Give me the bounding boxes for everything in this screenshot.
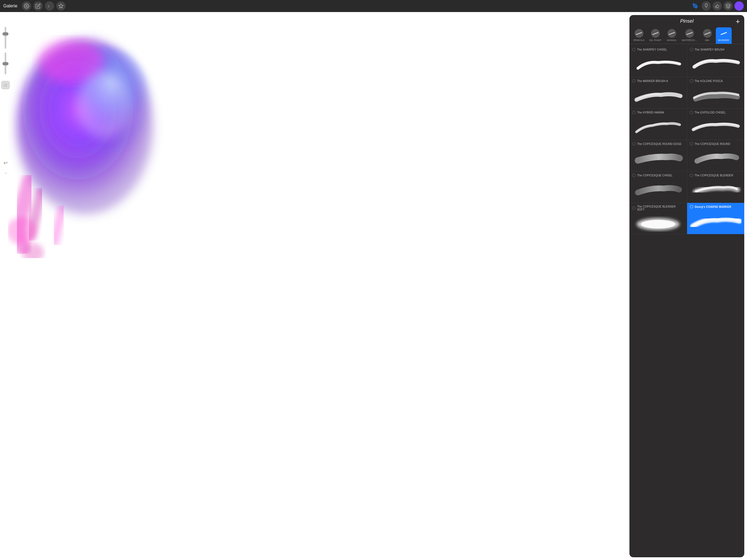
modify-button[interactable] (33, 1, 43, 11)
toolbar: Galerie S (0, 0, 374, 12)
selection-button[interactable] (56, 1, 66, 11)
canvas-btn[interactable]: □ (1, 81, 9, 89)
left-sidebar: □ ↩ → (0, 24, 11, 280)
redo-button[interactable]: → (1, 169, 10, 177)
undo-button[interactable]: ↩ (1, 159, 10, 167)
svg-point-0 (26, 5, 27, 7)
opacity-slider[interactable] (5, 27, 6, 49)
svg-point-8 (77, 72, 131, 138)
gallery-button[interactable]: Galerie (3, 4, 18, 8)
toolbar-left: Galerie S (3, 1, 66, 11)
svg-point-9 (8, 217, 37, 245)
size-slider[interactable] (5, 52, 6, 74)
smudge-button[interactable]: S (45, 1, 54, 11)
canvas-area[interactable]: □ ↩ → (0, 12, 374, 280)
canvas-artwork (8, 23, 200, 258)
svg-marker-2 (58, 4, 63, 8)
svg-text:S: S (48, 4, 50, 8)
settings-button[interactable] (22, 1, 31, 11)
